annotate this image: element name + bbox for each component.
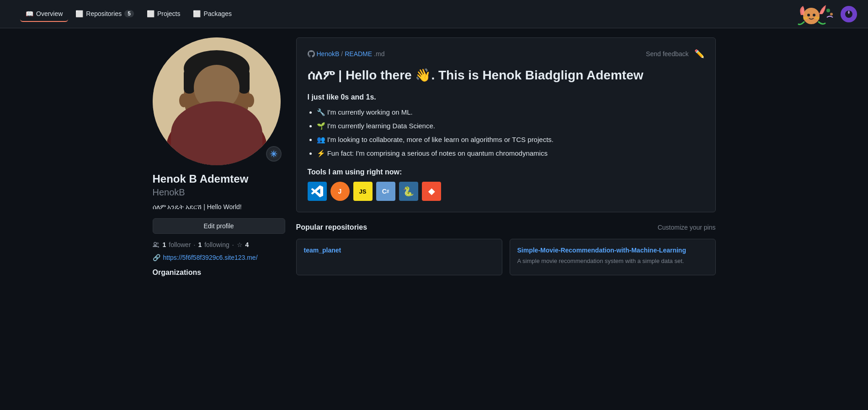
followers-row: 1 follower · 1 following · ☆ 4	[153, 241, 285, 248]
svg-point-1	[807, 14, 810, 16]
repo-icon: ⬜	[75, 10, 83, 17]
readme-sep: /	[341, 50, 343, 58]
top-navigation: 📖 Overview ⬜ Repositories 5 ⬜ Projects ⬜…	[0, 0, 868, 28]
svg-rect-14	[208, 117, 226, 133]
repo-name-movie-rec[interactable]: Simple-Movie-Recommendation-with-Machine…	[517, 247, 708, 254]
people-icon	[153, 241, 160, 248]
stars-count[interactable]: 4	[245, 241, 249, 248]
tab-repositories-label: Repositories	[86, 10, 122, 17]
svg-rect-18	[239, 68, 250, 94]
tools-row: J JS C# 🐍 ◆	[308, 182, 704, 201]
link-icon: 🔗	[153, 254, 160, 261]
svg-point-7	[826, 9, 830, 12]
avatar-container	[153, 37, 285, 165]
tab-projects[interactable]: ⬜ Projects	[141, 6, 186, 22]
cat-icon	[308, 50, 315, 58]
repo-card-team-planet: team_planet	[296, 239, 502, 275]
packages-icon: ⬜	[193, 10, 201, 17]
readme-breadcrumb: HenokB / README .md	[308, 50, 385, 58]
repos-section-header: Popular repositories Customize your pins	[296, 223, 716, 231]
svg-rect-17	[184, 68, 195, 94]
list-item: 🌱 I'm currently learning Data Science.	[317, 121, 704, 131]
popular-repos-section: Popular repositories Customize your pins…	[296, 223, 716, 275]
tab-overview[interactable]: 📖 Overview	[20, 6, 68, 22]
following-label[interactable]: following	[204, 241, 229, 248]
repositories-badge: 5	[124, 10, 134, 17]
svg-point-2	[813, 14, 815, 16]
separator-2: ·	[232, 241, 234, 248]
svg-point-19	[201, 93, 210, 100]
mona-octocat	[794, 1, 835, 26]
tab-packages-label: Packages	[203, 10, 231, 17]
avatar	[153, 37, 281, 165]
svg-point-20	[224, 93, 233, 100]
following-count[interactable]: 1	[198, 241, 202, 248]
main-content: HenokB / README .md Send feedback ✏️ ሰለም…	[296, 37, 716, 280]
popular-repos-title: Popular repositories	[296, 223, 367, 231]
nav-right	[794, 1, 857, 26]
jupyter-tool-icon[interactable]: J	[330, 182, 350, 201]
list-item: ⚡ Fun fact: I'm comprising a serious of …	[317, 148, 704, 159]
readme-subheading: I just like 0s and 1s.	[308, 93, 704, 101]
readme-header: HenokB / README .md Send feedback ✏️	[308, 49, 704, 59]
readme-heading: ሰለም | Hello there 👋. This is Henok Biadg…	[308, 66, 704, 84]
readme-filename: README	[345, 50, 372, 58]
readme-ext: .md	[374, 50, 384, 58]
organizations-heading: Organizations	[153, 268, 285, 277]
tab-repositories[interactable]: ⬜ Repositories 5	[70, 6, 139, 22]
list-item: 🔧 I'm currently working on ML.	[317, 107, 704, 118]
svg-point-25	[245, 94, 254, 107]
readme-card: HenokB / README .md Send feedback ✏️ ሰለም…	[296, 37, 716, 212]
svg-point-21	[205, 95, 208, 98]
repo-desc-movie-rec: A simple movie recommendation system wit…	[517, 257, 708, 266]
book-icon: 📖	[26, 10, 33, 17]
svg-point-13	[189, 131, 244, 165]
svg-point-24	[179, 94, 188, 107]
edit-profile-button[interactable]: Edit profile	[153, 218, 285, 234]
list-item: 👥 I'm looking to collaborate, more of li…	[317, 134, 704, 145]
customize-pins-link[interactable]: Customize your pins	[658, 224, 716, 231]
readme-actions: Send feedback ✏️	[646, 49, 704, 59]
vscode-tool-icon[interactable]	[308, 182, 327, 201]
git-tool-icon[interactable]: ◆	[422, 182, 441, 201]
tab-overview-label: Overview	[36, 10, 63, 17]
user-avatar-nav[interactable]	[841, 6, 857, 22]
svg-point-23	[213, 106, 220, 110]
profile-name: Henok B Ademtew	[153, 173, 285, 185]
readme-owner-link[interactable]: HenokB	[317, 50, 340, 58]
followers-count[interactable]: 1	[163, 241, 166, 248]
tab-packages[interactable]: ⬜ Packages	[187, 6, 237, 22]
send-feedback-link[interactable]: Send feedback	[646, 50, 688, 58]
svg-point-8	[830, 13, 833, 16]
achievement-badge	[266, 146, 282, 162]
tab-projects-label: Projects	[157, 10, 181, 17]
nav-tabs: 📖 Overview ⬜ Repositories 5 ⬜ Projects ⬜…	[11, 6, 794, 22]
profile-username: HenokB	[153, 187, 285, 198]
repo-name-team-planet[interactable]: team_planet	[304, 247, 495, 254]
svg-point-12	[166, 110, 267, 165]
svg-point-0	[803, 8, 820, 24]
svg-point-22	[228, 95, 231, 98]
repo-card-movie-rec: Simple-Movie-Recommendation-with-Machine…	[510, 239, 716, 275]
profile-link[interactable]: https://5f6f58f3929c6.site123.me/	[163, 254, 258, 261]
sidebar: Henok B Ademtew HenokB ሰለም አንዴት አደርሽ | H…	[153, 37, 285, 280]
javascript-tool-icon[interactable]: JS	[353, 182, 373, 201]
python-tool-icon[interactable]: 🐍	[399, 182, 418, 201]
star-icon: ☆	[237, 241, 243, 248]
repos-grid: team_planet Simple-Movie-Recommendation-…	[296, 239, 716, 275]
profile-bio: ሰለም አንዴት አደርሽ | Hello World!	[153, 203, 285, 211]
follower-label[interactable]: follower	[169, 241, 191, 248]
cpp-tool-icon[interactable]: C#	[376, 182, 395, 201]
separator-1: ·	[194, 241, 196, 248]
link-row: 🔗 https://5f6f58f3929c6.site123.me/	[153, 254, 285, 261]
readme-list: 🔧 I'm currently working on ML. 🌱 I'm cur…	[308, 107, 704, 159]
edit-icon[interactable]: ✏️	[694, 49, 704, 59]
projects-icon: ⬜	[147, 10, 154, 17]
main-layout: Henok B Ademtew HenokB ሰለም አንዴት አደርሽ | H…	[142, 28, 727, 289]
tools-heading: Tools I am using right now:	[308, 168, 704, 176]
